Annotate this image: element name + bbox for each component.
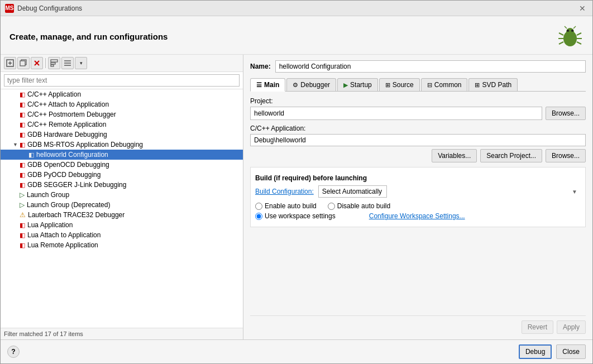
gdb-segger-label: GDB SEGGER J-Link Debugging	[27, 181, 126, 189]
toolbar-dropdown-button[interactable]: ▾	[75, 57, 87, 69]
enable-auto-build-radio[interactable]: Enable auto build	[255, 202, 317, 210]
bug-icon	[557, 23, 584, 50]
tree-item-lua-attach[interactable]: ◧ Lua Attach to Application	[1, 230, 243, 240]
enable-auto-build-label: Enable auto build	[265, 202, 317, 210]
tab-debugger-label: Debugger	[300, 81, 330, 89]
tab-debugger[interactable]: ⚙ Debugger	[286, 78, 336, 91]
build-section: Build (if required) before launching Bui…	[250, 167, 586, 227]
filter-input[interactable]	[4, 74, 240, 87]
gdb-pyocd-label: GDB PyOCD Debugging	[27, 171, 101, 179]
lua-attach-icon: ◧	[20, 232, 25, 239]
tree-item-lua-remote[interactable]: ◧ Lua Remote Application	[1, 240, 243, 250]
radio-group-2: Use workspace settings Configure Workspa…	[255, 212, 581, 220]
ms-icon: MS	[5, 4, 14, 13]
variables-button[interactable]: Variables...	[432, 149, 477, 162]
tree-item-cpp-remote[interactable]: ◧ C/C++ Remote Application	[1, 119, 243, 130]
gdb-msrtos-icon: ◧	[20, 141, 25, 149]
browse-app-button[interactable]: Browse...	[546, 149, 586, 162]
disable-auto-build-radio[interactable]: Disable auto build	[328, 202, 390, 210]
search-project-button[interactable]: Search Project...	[480, 149, 542, 162]
tree-item-cpp-attach[interactable]: ◧ C/C++ Attach to Application	[1, 99, 243, 109]
svg-rect-16	[20, 61, 25, 66]
tree-item-gdb-msrtos[interactable]: ▼ ◧ GDB MS-RTOS Application Debugging	[1, 140, 243, 150]
window-close-button[interactable]: ✕	[577, 4, 588, 13]
browse-project-button[interactable]: Browse...	[546, 107, 586, 120]
helloworld-label: helloworld Configuration	[36, 151, 108, 159]
header-section: Create, manage, and run configurations	[1, 16, 592, 55]
gdb-hardware-icon: ◧	[20, 131, 25, 138]
toolbar: ▾	[1, 55, 243, 72]
svg-line-2	[559, 33, 563, 35]
tree-scroll: ◧ C/C++ Application ◧ C/C++ Attach to Ap…	[1, 89, 243, 328]
tab-main-icon: ☰	[256, 82, 262, 89]
cpp-app-btn-row: Variables... Search Project... Browse...	[250, 149, 586, 162]
gdb-openocd-label: GDB OpenOCD Debugging	[27, 161, 109, 169]
project-label: Project:	[250, 97, 586, 105]
gdb-hardware-label: GDB Hardware Debugging	[27, 131, 107, 138]
enable-auto-build-input[interactable]	[255, 203, 262, 210]
helloworld-icon: ◧	[28, 151, 34, 159]
collapse-all-button[interactable]	[61, 57, 74, 69]
svg-line-5	[577, 33, 581, 35]
build-config-row: Build Configuration: Select Automaticall…	[255, 185, 581, 198]
tab-main[interactable]: ☰ Main	[250, 78, 285, 92]
tree-item-launch-group-dep[interactable]: ▷ Launch Group (Deprecated)	[1, 200, 243, 210]
tree-item-gdb-segger[interactable]: ◧ GDB SEGGER J-Link Debugging	[1, 180, 243, 190]
cpp-app-input[interactable]	[250, 134, 586, 146]
header-title: Create, manage, and run configurations	[9, 32, 168, 41]
new-configuration-button[interactable]	[4, 57, 16, 69]
tree-item-gdb-pyocd[interactable]: ◧ GDB PyOCD Debugging	[1, 170, 243, 180]
delete-configuration-button[interactable]	[31, 57, 43, 69]
tree-item-launch-group[interactable]: ▷ Launch Group	[1, 190, 243, 200]
tree-item-cpp-app[interactable]: ◧ C/C++ Application	[1, 89, 243, 99]
filter-box	[1, 72, 243, 89]
disable-auto-build-input[interactable]	[328, 203, 335, 210]
tab-svd-path[interactable]: ⊞ SVD Path	[468, 78, 518, 91]
dialog-action-buttons: Debug Close	[519, 344, 586, 359]
tree-item-cpp-postmortem[interactable]: ◧ C/C++ Postmortem Debugger	[1, 109, 243, 119]
lua-app-label: Lua Application	[27, 221, 73, 229]
filter-button[interactable]	[48, 57, 60, 69]
close-button[interactable]: Close	[556, 344, 586, 359]
use-workspace-label: Use workspace settings	[265, 212, 336, 220]
configure-workspace-link[interactable]: Configure Workspace Settings...	[369, 212, 465, 220]
tree-item-lauterbach[interactable]: ⚠ Lauterbach TRACE32 Debugger	[1, 210, 243, 220]
debug-button[interactable]: Debug	[519, 344, 552, 359]
build-config-select[interactable]: Select Automatically Debug Release	[318, 185, 387, 198]
disable-auto-build-label: Disable auto build	[337, 202, 390, 210]
tab-svd-label: SVD Path	[482, 81, 511, 89]
tree-item-helloworld[interactable]: ◧ helloworld Configuration	[1, 150, 243, 160]
svg-line-11	[573, 26, 576, 28]
build-config-link[interactable]: Build Configuration:	[255, 188, 314, 195]
tab-common[interactable]: ⊟ Common	[421, 78, 468, 91]
use-workspace-input[interactable]	[255, 213, 262, 220]
tab-startup-icon: ▶	[343, 82, 348, 89]
cpp-attach-label: C/C++ Attach to Application	[27, 100, 109, 108]
tree-item-gdb-hardware[interactable]: ◧ GDB Hardware Debugging	[1, 130, 243, 140]
cpp-postmortem-icon: ◧	[20, 111, 25, 118]
svg-line-10	[565, 26, 567, 28]
help-button[interactable]: ?	[7, 346, 20, 358]
launch-group-dep-label: Launch Group (Deprecated)	[27, 201, 110, 209]
tree-item-gdb-openocd[interactable]: ◧ GDB OpenOCD Debugging	[1, 160, 243, 170]
tab-common-icon: ⊟	[427, 82, 432, 89]
launch-group-icon: ▷	[20, 191, 25, 199]
use-workspace-radio[interactable]: Use workspace settings	[255, 212, 336, 220]
gdb-msrtos-toggle: ▼	[13, 142, 20, 147]
title-bar-text: Debug Configurations	[17, 4, 82, 12]
svg-rect-21	[51, 65, 54, 66]
tree-status-bar: Filter matched 17 of 17 items	[1, 328, 243, 339]
name-input[interactable]	[275, 60, 586, 73]
svg-point-9	[571, 30, 573, 32]
main-content: ▾ ◧ C/C++ Application	[1, 55, 592, 339]
tab-source[interactable]: ⊞ Source	[379, 78, 420, 91]
tab-debugger-icon: ⚙	[293, 82, 298, 89]
apply-button[interactable]: Apply	[557, 320, 586, 334]
duplicate-configuration-button[interactable]	[17, 57, 30, 69]
cpp-remote-label: C/C++ Remote Application	[27, 121, 106, 128]
tree-item-lua-app[interactable]: ◧ Lua Application	[1, 220, 243, 230]
revert-button[interactable]: Revert	[522, 320, 553, 334]
tab-startup[interactable]: ▶ Startup	[337, 78, 378, 91]
project-input[interactable]	[250, 107, 542, 120]
cpp-app-label: C/C++ Application	[27, 90, 81, 98]
